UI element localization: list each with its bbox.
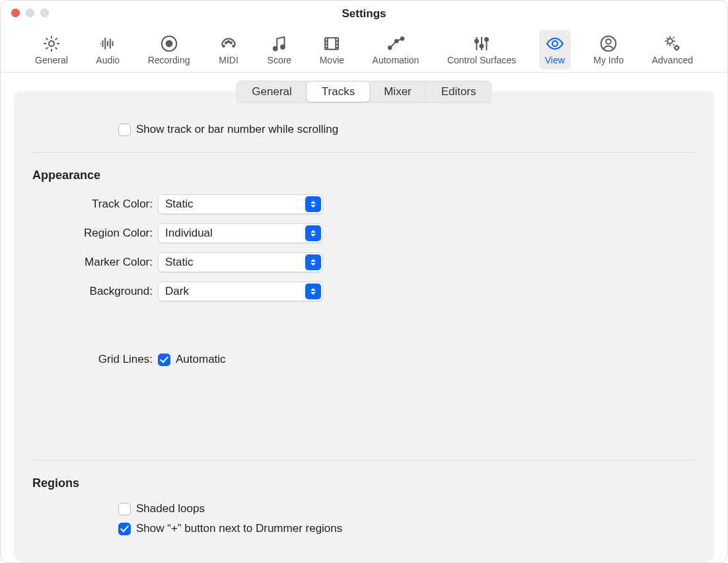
shaded-loops-label: Shaded loops bbox=[136, 502, 205, 515]
select-arrows-icon bbox=[305, 283, 321, 299]
close-window-button[interactable] bbox=[11, 9, 20, 17]
segment-editors[interactable]: Editors bbox=[427, 82, 491, 102]
svg-point-13 bbox=[401, 37, 404, 40]
grid-lines-row: Grid Lines: Automatic bbox=[32, 353, 696, 366]
toolbar-tab-control-surfaces[interactable]: Control Surfaces bbox=[442, 30, 521, 69]
sliders-icon bbox=[471, 34, 492, 54]
toolbar-tab-view[interactable]: View bbox=[539, 30, 571, 69]
toolbar-tab-general[interactable]: General bbox=[30, 30, 73, 69]
music-note-icon bbox=[269, 34, 290, 54]
region-color-row: Region Color: Individual bbox=[32, 223, 696, 243]
toolbar-tab-midi[interactable]: MIDI bbox=[213, 30, 244, 69]
grid-lines-label: Grid Lines: bbox=[32, 353, 158, 366]
svg-point-12 bbox=[395, 40, 398, 43]
segmented-control: General Tracks Mixer Editors bbox=[236, 81, 491, 103]
show-plus-drummer-row: Show “+” button next to Drummer regions bbox=[118, 522, 696, 535]
segment-label: Editors bbox=[441, 85, 476, 98]
toolbar-tab-audio[interactable]: Audio bbox=[91, 30, 125, 69]
content-outer: General Tracks Mixer Editors Show track … bbox=[1, 73, 727, 563]
segment-label: Tracks bbox=[322, 85, 355, 98]
svg-point-17 bbox=[552, 41, 558, 46]
person-circle-icon bbox=[598, 34, 619, 54]
toolbar-tab-label: Control Surfaces bbox=[447, 55, 516, 65]
gears-icon bbox=[662, 34, 683, 54]
titlebar: Settings bbox=[1, 1, 727, 27]
shaded-loops-checkbox[interactable] bbox=[118, 503, 131, 515]
show-track-or-bar-number-label: Show track or bar number while scrolling bbox=[136, 123, 338, 136]
svg-point-9 bbox=[281, 45, 285, 49]
preferences-toolbar: General Audio Recording MIDI Score bbox=[1, 27, 727, 73]
toolbar-tab-movie[interactable]: Movie bbox=[314, 30, 349, 69]
minimize-window-button[interactable] bbox=[26, 9, 34, 17]
gear-icon bbox=[41, 34, 62, 54]
show-track-or-bar-number-row: Show track or bar number while scrolling bbox=[118, 123, 696, 136]
toolbar-tab-label: Recording bbox=[148, 55, 190, 65]
toolbar-tab-label: General bbox=[35, 55, 68, 65]
marker-color-row: Marker Color: Static bbox=[32, 252, 696, 272]
toolbar-tab-label: My Info bbox=[593, 55, 624, 65]
svg-point-14 bbox=[475, 40, 478, 43]
content-panel: General Tracks Mixer Editors Show track … bbox=[14, 91, 714, 562]
toolbar-tab-advanced[interactable]: Advanced bbox=[647, 30, 698, 69]
svg-point-19 bbox=[606, 39, 611, 44]
select-arrows-icon bbox=[305, 196, 321, 212]
region-color-value: Individual bbox=[165, 227, 213, 240]
svg-point-20 bbox=[667, 39, 673, 44]
eye-icon bbox=[544, 34, 565, 54]
svg-point-16 bbox=[485, 38, 488, 41]
show-plus-drummer-checkbox[interactable] bbox=[118, 523, 131, 535]
film-icon bbox=[321, 34, 342, 54]
svg-point-5 bbox=[228, 41, 230, 43]
svg-point-0 bbox=[49, 41, 54, 46]
show-plus-drummer-label: Show “+” button next to Drummer regions bbox=[136, 522, 342, 535]
separator bbox=[32, 152, 696, 153]
traffic-lights bbox=[11, 9, 49, 17]
select-arrows-icon bbox=[305, 254, 321, 270]
region-color-label: Region Color: bbox=[32, 227, 158, 240]
tracks-panel-body: Show track or bar number while scrolling… bbox=[14, 91, 714, 542]
segment-label: Mixer bbox=[384, 85, 412, 98]
toolbar-tab-label: View bbox=[545, 55, 565, 65]
toolbar-tab-label: MIDI bbox=[219, 55, 238, 65]
toolbar-tab-label: Audio bbox=[96, 55, 120, 65]
zoom-window-button[interactable] bbox=[40, 9, 49, 17]
record-icon bbox=[159, 34, 180, 54]
background-label: Background: bbox=[32, 285, 158, 298]
waveform-icon bbox=[97, 34, 118, 54]
grid-lines-checkbox[interactable] bbox=[158, 354, 170, 366]
appearance-section-title: Appearance bbox=[32, 169, 696, 182]
separator bbox=[32, 460, 696, 461]
toolbar-tab-label: Advanced bbox=[652, 55, 693, 65]
grid-lines-value-label: Automatic bbox=[176, 353, 226, 366]
marker-color-select[interactable]: Static bbox=[158, 252, 323, 272]
toolbar-tab-label: Score bbox=[268, 55, 292, 65]
regions-section-title: Regions bbox=[32, 476, 696, 490]
toolbar-tab-label: Automation bbox=[373, 55, 419, 65]
segment-tracks[interactable]: Tracks bbox=[307, 82, 369, 102]
show-track-or-bar-number-checkbox[interactable] bbox=[118, 124, 131, 136]
svg-point-4 bbox=[225, 42, 227, 44]
svg-point-3 bbox=[223, 46, 225, 48]
marker-color-label: Marker Color: bbox=[32, 256, 158, 269]
toolbar-tab-automation[interactable]: Automation bbox=[367, 30, 425, 69]
background-select[interactable]: Dark bbox=[158, 282, 323, 301]
segment-general[interactable]: General bbox=[237, 82, 307, 102]
select-arrows-icon bbox=[305, 225, 321, 241]
region-color-select[interactable]: Individual bbox=[158, 223, 323, 243]
svg-point-8 bbox=[273, 47, 277, 51]
automation-icon bbox=[385, 34, 406, 54]
svg-point-15 bbox=[480, 44, 484, 48]
track-color-value: Static bbox=[165, 198, 194, 211]
track-color-select[interactable]: Static bbox=[158, 194, 323, 214]
toolbar-tab-my-info[interactable]: My Info bbox=[588, 30, 629, 69]
segment-mixer[interactable]: Mixer bbox=[369, 82, 427, 102]
track-color-label: Track Color: bbox=[32, 198, 158, 211]
segment-label: General bbox=[252, 85, 291, 98]
toolbar-tab-label: Movie bbox=[320, 55, 344, 65]
background-row: Background: Dark bbox=[32, 282, 696, 301]
toolbar-tab-recording[interactable]: Recording bbox=[143, 30, 196, 69]
toolbar-tab-score[interactable]: Score bbox=[262, 30, 297, 69]
svg-point-11 bbox=[388, 46, 392, 50]
svg-point-2 bbox=[166, 41, 172, 47]
midi-icon bbox=[218, 34, 239, 54]
